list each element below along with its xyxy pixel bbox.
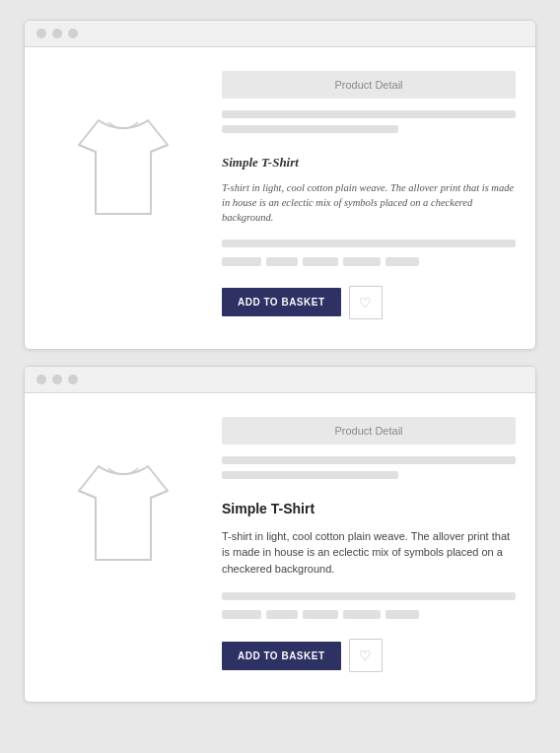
product-description-2: T-shirt in light, cool cotton plain weav… [222,528,516,578]
svg-line-2 [79,491,96,498]
tshirt-icon-2 [54,446,192,584]
product-detail-header-2: Product Detail [222,417,516,445]
browser-dot-red [36,29,46,38]
size-pill-2-2 [266,610,298,619]
browser-dot-green [68,29,78,38]
header-placeholders-2 [222,456,516,481]
svg-line-0 [79,145,96,152]
wishlist-button-1[interactable]: ♡ [349,286,383,319]
size-pill-2-3 [303,610,338,619]
tshirt-icon [54,101,192,239]
size-pill-3 [303,257,338,266]
placeholder-bar-short-2 [222,471,398,479]
browser-content-1: Product Detail Simple T-Shirt T-shirt in… [25,47,535,349]
header-placeholders-1 [222,110,516,135]
size-options-2 [222,610,516,619]
product-image-2 [44,417,202,584]
size-pill-2 [266,257,298,266]
svg-line-3 [151,491,168,498]
product-detail-header-1: Product Detail [222,71,516,99]
size-options-1 [222,257,516,266]
product-image-1 [44,71,202,239]
placeholder-bar-short-1 [222,125,398,133]
size-pill-5 [385,257,419,266]
browser-bar-2 [25,367,535,393]
browser-bar-1 [25,21,535,47]
browser-dot-yellow [52,29,62,38]
size-pill-2-5 [385,610,419,619]
browser-window-2: Product Detail Simple T-Shirt T-shirt in… [24,366,536,704]
product-title-2: Simple T-Shirt [222,501,516,516]
browser-window-1: Product Detail Simple T-Shirt T-shirt in… [24,20,536,350]
size-pill-4 [343,257,381,266]
browser-dot-red-2 [36,375,46,384]
heart-icon-2: ♡ [359,648,372,663]
product-detail-label-1: Product Detail [334,79,402,91]
add-to-basket-button-2[interactable]: ADD TO BASKET [222,642,341,670]
placeholder-price-2 [222,592,516,600]
product-detail-panel-2: Product Detail Simple T-Shirt T-shirt in… [222,417,516,673]
wishlist-button-2[interactable]: ♡ [349,639,383,672]
size-pill-2-1 [222,610,261,619]
size-pill-1 [222,257,261,266]
heart-icon-1: ♡ [359,295,372,310]
placeholder-bar-full-1 [222,110,516,118]
product-title-1: Simple T-Shirt [222,155,516,171]
svg-line-1 [151,145,168,152]
action-row-1: ADD TO BASKET ♡ [222,286,516,319]
browser-dot-yellow-2 [52,375,62,384]
product-description-1: T-shirt in light, cool cotton plain weav… [222,180,516,226]
placeholder-price-1 [222,240,516,247]
browser-dot-green-2 [68,375,78,384]
browser-content-2: Product Detail Simple T-Shirt T-shirt in… [25,393,535,703]
action-row-2: ADD TO BASKET ♡ [222,639,516,672]
size-pill-2-4 [343,610,381,619]
product-detail-panel-1: Product Detail Simple T-Shirt T-shirt in… [222,71,516,319]
product-detail-label-2: Product Detail [334,425,402,437]
placeholder-bar-full-2 [222,456,516,464]
add-to-basket-button-1[interactable]: ADD TO BASKET [222,288,341,316]
